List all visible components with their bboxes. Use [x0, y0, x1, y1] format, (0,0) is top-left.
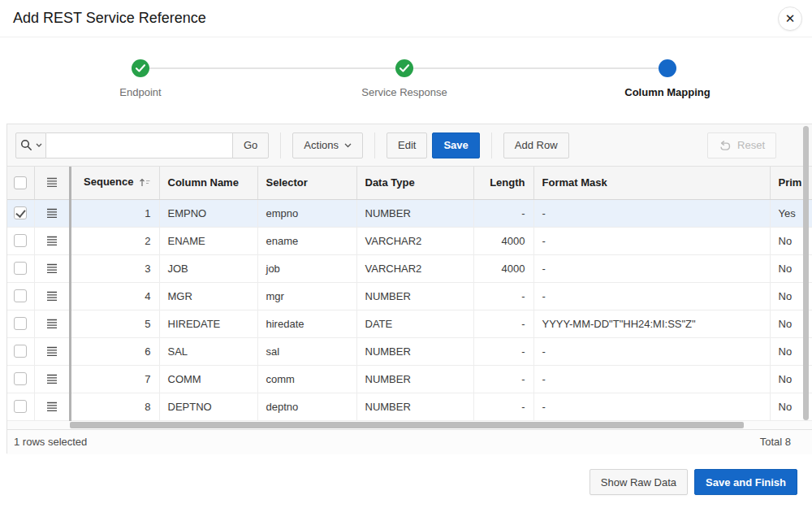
drag-handle-icon[interactable] — [43, 371, 61, 387]
cell-data-type[interactable]: NUMBER — [356, 337, 473, 365]
column-header-length[interactable]: Length — [473, 167, 533, 199]
actions-label: Actions — [304, 139, 339, 151]
cell-data-type[interactable]: NUMBER — [356, 393, 473, 420]
cell-column-name[interactable]: COMM — [159, 365, 257, 393]
horizontal-scrollbar-thumb[interactable] — [70, 422, 744, 428]
row-checkbox[interactable] — [14, 372, 27, 385]
cell-selector[interactable]: sal — [257, 337, 356, 365]
drag-handle-icon[interactable] — [43, 344, 61, 359]
column-mapping-grid: Go Actions Edit Save Add Row Reset — [6, 124, 812, 454]
row-checkbox[interactable] — [14, 234, 27, 247]
cell-format-mask[interactable]: - — [533, 282, 770, 310]
row-checkbox[interactable] — [14, 317, 27, 330]
cell-selector[interactable]: hiredate — [257, 310, 356, 337]
drag-handle-icon[interactable] — [43, 316, 61, 332]
grid-table: Sequence Column Name Selector Data Type … — [7, 167, 812, 421]
horizontal-scrollbar — [7, 421, 812, 429]
cell-length[interactable]: - — [473, 310, 533, 337]
close-button[interactable]: ✕ — [778, 7, 802, 31]
table-row: 1 EMPNO empno NUMBER - - Yes — [7, 199, 812, 227]
table-row: 6 SAL sal NUMBER - - No — [7, 337, 812, 365]
actions-menu-button[interactable]: Actions — [292, 132, 363, 158]
drag-handle-icon[interactable] — [43, 261, 61, 276]
cell-column-name[interactable]: DEPTNO — [159, 393, 257, 420]
chevron-down-icon — [344, 143, 352, 148]
cell-length[interactable]: - — [473, 337, 533, 365]
cell-format-mask[interactable]: - — [533, 199, 770, 227]
cell-selector[interactable]: empno — [257, 199, 356, 227]
save-and-finish-button[interactable]: Save and Finish — [694, 469, 797, 495]
cell-data-type[interactable]: NUMBER — [356, 199, 473, 227]
cell-data-type[interactable]: VARCHAR2 — [356, 254, 473, 282]
cell-data-type[interactable]: DATE — [356, 310, 473, 337]
cell-data-type[interactable]: NUMBER — [356, 282, 473, 310]
column-header-sequence[interactable]: Sequence — [70, 167, 159, 199]
sort-ascending-icon — [139, 177, 151, 189]
cell-length[interactable]: - — [473, 365, 533, 393]
step-current-icon — [659, 59, 676, 77]
dialog-footer: Show Raw Data Save and Finish — [590, 469, 797, 495]
cell-length[interactable]: 4000 — [473, 227, 533, 254]
cell-column-name[interactable]: EMPNO — [159, 199, 257, 227]
cell-data-type[interactable]: VARCHAR2 — [356, 227, 473, 254]
cell-sequence[interactable]: 1 — [70, 199, 159, 227]
row-checkbox[interactable] — [14, 289, 27, 302]
cell-column-name[interactable]: MGR — [159, 282, 257, 310]
cell-column-name[interactable]: HIREDATE — [159, 310, 257, 337]
cell-length[interactable]: - — [473, 393, 533, 420]
reset-label: Reset — [737, 139, 765, 151]
cell-column-name[interactable]: SAL — [159, 337, 257, 365]
cell-sequence[interactable]: 3 — [70, 254, 159, 282]
cell-format-mask[interactable]: - — [533, 254, 770, 282]
drag-handle-icon[interactable] — [43, 289, 61, 304]
cell-sequence[interactable]: 2 — [70, 227, 159, 254]
cell-selector[interactable]: mgr — [257, 282, 356, 310]
cell-column-name[interactable]: ENAME — [159, 227, 257, 254]
column-header-column-name[interactable]: Column Name — [159, 167, 257, 199]
column-header-selector[interactable]: Selector — [257, 167, 356, 199]
dialog-header: Add REST Service Reference ✕ — [0, 0, 812, 37]
cell-selector[interactable]: deptno — [257, 393, 356, 420]
cell-data-type[interactable]: NUMBER — [356, 365, 473, 393]
go-button[interactable]: Go — [232, 132, 269, 158]
cell-sequence[interactable]: 8 — [70, 393, 159, 420]
save-button[interactable]: Save — [432, 132, 479, 158]
cell-format-mask[interactable]: - — [533, 393, 770, 420]
cell-selector[interactable]: comm — [257, 365, 356, 393]
cell-format-mask[interactable]: YYYY-MM-DD"T"HH24:MI:SS"Z" — [533, 310, 770, 337]
reset-button[interactable]: Reset — [707, 132, 776, 158]
cell-sequence[interactable]: 4 — [70, 282, 159, 310]
cell-column-name[interactable]: JOB — [159, 254, 257, 282]
table-row: 4 MGR mgr NUMBER - - No — [7, 282, 812, 310]
vertical-scrollbar[interactable] — [803, 126, 809, 420]
page-title: Add REST Service Reference — [13, 10, 206, 27]
table-row: 3 JOB job VARCHAR2 4000 - No — [7, 254, 812, 282]
cell-sequence[interactable]: 6 — [70, 337, 159, 365]
drag-handle-icon[interactable] — [43, 233, 61, 249]
row-checkbox[interactable] — [14, 262, 27, 275]
column-header-data-type[interactable]: Data Type — [356, 167, 473, 199]
add-row-button[interactable]: Add Row — [503, 132, 569, 158]
cell-length[interactable]: 4000 — [473, 254, 533, 282]
cell-selector[interactable]: job — [257, 254, 356, 282]
search-options-button[interactable] — [15, 132, 46, 158]
cell-format-mask[interactable]: - — [533, 365, 770, 393]
cell-length[interactable]: - — [473, 282, 533, 310]
header-row: Sequence Column Name Selector Data Type … — [7, 167, 812, 199]
select-all-checkbox[interactable] — [14, 176, 27, 189]
cell-format-mask[interactable]: - — [533, 337, 770, 365]
row-checkbox[interactable] — [14, 206, 27, 219]
drag-handle-icon[interactable] — [43, 399, 61, 415]
drag-handle-icon[interactable] — [43, 206, 61, 221]
row-checkbox[interactable] — [14, 400, 27, 413]
cell-sequence[interactable]: 7 — [70, 365, 159, 393]
column-header-format-mask[interactable]: Format Mask — [533, 167, 770, 199]
cell-sequence[interactable]: 5 — [70, 310, 159, 337]
cell-format-mask[interactable]: - — [533, 227, 770, 254]
cell-length[interactable]: - — [473, 199, 533, 227]
show-raw-data-button[interactable]: Show Raw Data — [590, 469, 688, 495]
row-checkbox[interactable] — [14, 345, 27, 358]
cell-selector[interactable]: ename — [257, 227, 356, 254]
search-input[interactable] — [46, 132, 233, 158]
edit-button[interactable]: Edit — [387, 132, 427, 158]
